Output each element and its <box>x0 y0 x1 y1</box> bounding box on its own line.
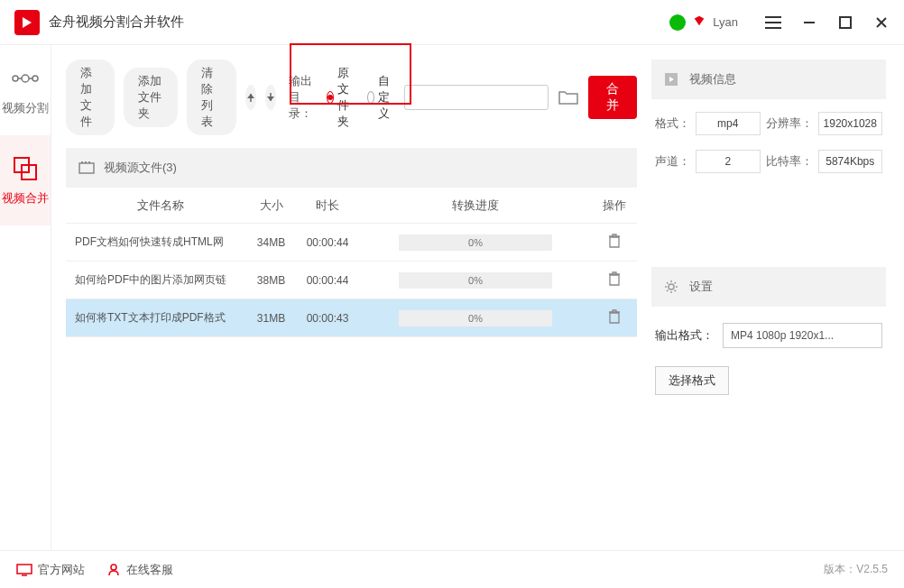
menu-icon[interactable] <box>765 14 781 31</box>
merge-icon <box>11 154 40 183</box>
app-logo <box>14 10 40 35</box>
format-value: mp4 <box>696 112 761 135</box>
settings-header: 设置 <box>651 267 886 307</box>
channel-label: 声道： <box>655 153 690 170</box>
svg-point-3 <box>32 76 38 81</box>
table-row[interactable]: 如何给PDF中的图片添加网页链38MB00:00:440% <box>66 262 637 299</box>
channel-value: 2 <box>696 150 761 173</box>
resolution-label: 分辨率： <box>766 115 813 132</box>
resolution-value: 1920x1028 <box>818 112 883 135</box>
choose-format-button[interactable]: 选择格式 <box>655 366 729 395</box>
bitrate-value: 5874Kbps <box>818 150 883 173</box>
output-dir-label: 输出目录： <box>289 73 314 122</box>
minimize-button[interactable] <box>801 14 817 31</box>
delete-button[interactable] <box>608 314 621 326</box>
tab-label: 视频合并 <box>2 190 49 207</box>
move-down-button[interactable] <box>265 85 276 110</box>
table-header: 文件名称 大小 时长 转换进度 操作 <box>66 188 637 224</box>
clear-list-button[interactable]: 清除列表 <box>187 60 235 135</box>
file-size: 31MB <box>246 312 296 325</box>
file-duration: 00:00:44 <box>296 274 359 287</box>
app-title: 金舟视频分割合并软件 <box>49 14 184 31</box>
online-service-link[interactable]: 在线客服 <box>106 562 173 578</box>
radio-custom-folder[interactable]: 自定义 <box>367 73 395 122</box>
svg-rect-9 <box>17 565 32 574</box>
monitor-icon <box>16 564 32 576</box>
file-name: PDF文档如何快速转成HTML网 <box>66 234 246 250</box>
move-up-button[interactable] <box>245 85 256 110</box>
add-file-button[interactable]: 添加文件 <box>66 60 115 135</box>
file-name: 如何将TXT文本打印成PDF格式 <box>66 310 246 326</box>
tab-video-merge[interactable]: 视频合并 <box>0 135 51 225</box>
maximize-button[interactable] <box>837 14 853 31</box>
progress-bar: 0% <box>399 272 552 289</box>
film-icon <box>78 161 95 175</box>
file-duration: 00:00:44 <box>296 236 359 249</box>
output-format-select[interactable]: MP4 1080p 1920x1... <box>723 323 882 348</box>
format-label: 格式： <box>655 115 690 132</box>
progress-bar: 0% <box>399 310 552 326</box>
output-format-label: 输出格式： <box>655 327 714 344</box>
svg-point-10 <box>111 565 116 570</box>
headset-icon <box>106 563 121 577</box>
svg-point-1 <box>13 76 18 81</box>
add-folder-button[interactable]: 添加文件夹 <box>124 68 178 127</box>
tab-video-split[interactable]: 视频分割 <box>0 45 51 135</box>
delete-button[interactable] <box>608 238 621 251</box>
bitrate-label: 比特率： <box>766 153 813 170</box>
gear-icon <box>664 280 680 294</box>
username: Lyan <box>713 15 738 29</box>
file-size: 38MB <box>246 274 296 287</box>
table-row[interactable]: PDF文档如何快速转成HTML网34MB00:00:440% <box>66 224 637 262</box>
video-info-header: 视频信息 <box>651 60 886 99</box>
version-label: 版本：V2.5.5 <box>824 562 888 577</box>
table-row[interactable]: 如何将TXT文本打印成PDF格式31MB00:00:430% <box>66 299 637 337</box>
play-square-icon <box>664 72 680 87</box>
radio-original-folder[interactable]: 原文件夹 <box>327 65 355 130</box>
file-name: 如何给PDF中的图片添加网页链 <box>66 272 246 288</box>
svg-rect-0 <box>840 17 851 28</box>
tab-label: 视频分割 <box>2 100 49 116</box>
diamond-icon <box>693 14 706 30</box>
source-files-header: 视频源文件(3) <box>66 148 637 188</box>
output-path-input[interactable] <box>404 85 549 110</box>
file-duration: 00:00:43 <box>296 312 359 325</box>
split-icon <box>11 64 40 93</box>
svg-point-8 <box>669 284 674 289</box>
official-site-link[interactable]: 官方网站 <box>16 562 85 578</box>
delete-button[interactable] <box>608 276 621 289</box>
browse-folder-button[interactable] <box>558 87 579 107</box>
file-size: 34MB <box>246 236 296 249</box>
close-button[interactable] <box>873 14 890 31</box>
merge-button[interactable]: 合并 <box>588 76 637 119</box>
svg-rect-6 <box>79 163 94 173</box>
svg-point-2 <box>22 75 29 82</box>
progress-bar: 0% <box>399 234 552 251</box>
wechat-icon <box>669 14 686 31</box>
